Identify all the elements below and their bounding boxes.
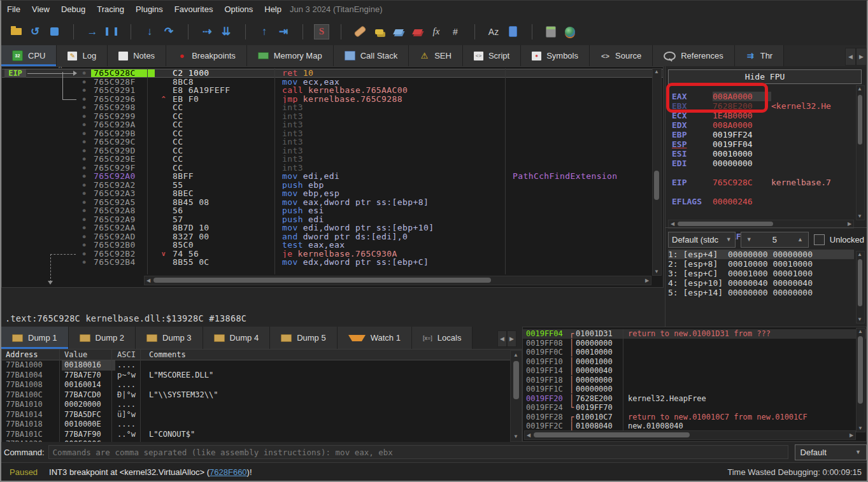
stack-hscrollbar[interactable]: ◀ ▶ — [524, 430, 856, 440]
register-row[interactable] — [672, 168, 854, 178]
register-row[interactable]: EFLAGS 00000246 — [672, 197, 854, 206]
command-input[interactable] — [48, 445, 788, 459]
topmost-button[interactable] — [504, 24, 521, 40]
registers-vscrollbar[interactable]: ▲ ▼ — [856, 85, 865, 220]
tab-threads[interactable]: ⇉Thr — [735, 45, 785, 66]
calculator-button[interactable] — [543, 24, 559, 40]
animate-over-button[interactable]: ⇊ — [218, 24, 234, 40]
disassembly-row[interactable]: ● 765C928C C2 1000 ret10 — [2, 69, 663, 78]
disassembly-row[interactable]: ● 765C929F CC int3 — [2, 164, 663, 173]
tab-dump-3[interactable]: Dump 3 — [136, 327, 203, 349]
menu-item[interactable]: Tracing — [91, 2, 130, 17]
disassembly-row[interactable]: ● 765C929D CC int3 — [2, 146, 663, 155]
address-link[interactable]: 7628F660 — [210, 467, 247, 477]
disassembly-row[interactable]: ● 765C929E CC int3 — [2, 155, 663, 164]
disassembly-row[interactable]: ● 765C92A0 8BFF movedi,edi PathCchFindEx… — [2, 172, 663, 181]
restart-button[interactable]: ↺ — [27, 24, 43, 40]
close-button[interactable] — [46, 24, 62, 40]
argument-row[interactable]: 4: [esp+10] 00000040 00000040 — [668, 278, 854, 288]
stack-row[interactable]: 0019FF2C │ 01008040 new.01008040 — [523, 422, 866, 431]
tab-scroll-right-button[interactable]: ▶ — [856, 48, 867, 66]
stack-row[interactable]: 0019FF20 │ 7628E200 kernel32.HeapFree — [523, 394, 866, 404]
stack-row[interactable]: 0019FF14 │ 00000040 — [523, 366, 866, 376]
register-row[interactable]: EDX 008A0000 — [672, 120, 854, 130]
breakpoint-dot-icon[interactable]: ● — [83, 70, 86, 76]
stack-row[interactable]: 0019FF04 ┌ 01001D31 return to new.01001D… — [523, 329, 866, 339]
column-header[interactable]: Address — [2, 350, 62, 360]
calling-convention-select[interactable]: Default (stdc▼ — [668, 232, 736, 248]
labels-button[interactable] — [390, 24, 406, 40]
breakpoint-dot-icon[interactable]: ● — [83, 87, 86, 93]
dump-row[interactable]: 77BA1000 00180016 .... — [2, 360, 523, 371]
separator[interactable] — [523, 24, 540, 40]
breakpoint-dot-icon[interactable]: ● — [83, 234, 86, 239]
patches-button[interactable] — [352, 24, 368, 40]
dump-row[interactable]: 77BA1014 77BA5DFC ü]°w — [2, 410, 523, 420]
dump-row[interactable]: 77BA1010 00020000 .... — [2, 400, 523, 410]
register-row[interactable]: EBX 7628E200 <kernel32.He — [672, 101, 854, 111]
disassembly-row[interactable]: ● 765C92A5 8B45 08 moveax,dword ptr ss:[… — [2, 198, 663, 207]
control-flow-button[interactable]: # — [447, 24, 464, 40]
disassembly-row[interactable]: ● 765C92A8 56 pushesi — [2, 206, 663, 215]
open-file-button[interactable] — [8, 24, 24, 40]
disassembly-row[interactable]: ● 765C9298 CC int3 — [2, 103, 663, 112]
disassembly-row[interactable]: ● 765C9291 E8 6A19FEFF callkernelbase.76… — [2, 86, 663, 95]
register-row[interactable]: EDI 00000000 — [672, 159, 854, 168]
tab-scroll-left-button[interactable]: ◀ — [845, 48, 856, 66]
disassembly-row[interactable]: ● 765C92A3 8BEC movebp,esp — [2, 189, 663, 198]
skip-exceptions-button[interactable]: S — [313, 24, 330, 40]
column-header[interactable]: Value — [62, 350, 115, 360]
stack-row[interactable]: 0019FF0C │ 00010000 — [523, 348, 866, 357]
stack-row[interactable]: 0019FF24 └ 0019FF70 — [523, 403, 866, 413]
disassembly-row[interactable]: ● 765C9299 CC int3 — [2, 112, 663, 121]
separator[interactable] — [466, 24, 483, 40]
breakpoint-dot-icon[interactable]: ● — [83, 122, 86, 127]
tab-breakpoints[interactable]: ●Breakpoints — [166, 45, 247, 66]
breakpoint-dot-icon[interactable]: ● — [83, 113, 86, 119]
argument-row[interactable]: 1: [esp+4] 00000000 00000000 — [668, 250, 854, 259]
dump-row[interactable]: 77BA1018 0010000E .... — [2, 420, 523, 430]
command-profile-select[interactable]: Default▼ — [795, 444, 867, 460]
unlocked-checkbox[interactable] — [814, 234, 825, 245]
functions-button[interactable]: fx — [428, 24, 445, 40]
bookmarks-button[interactable] — [409, 24, 425, 40]
disassembly-row[interactable]: ● 765C92B4 8B55 0C movedx,dword ptr ss:[… — [2, 258, 663, 267]
menu-item[interactable]: Plugins — [130, 2, 169, 17]
disassembly-row[interactable]: ● 765C92A9 57 pushedi — [2, 215, 663, 224]
disassembly-row[interactable]: ● 765C92B2 v 74 56 jekernelbase.765C930A — [2, 250, 663, 259]
tab-dump-2[interactable]: Dump 2 — [69, 327, 136, 349]
register-row[interactable] — [672, 187, 854, 197]
panel-splitter[interactable] — [665, 227, 867, 228]
disassembly-row[interactable]: ● 765C92B0 85C0 testeax,eax — [2, 241, 663, 250]
menu-item[interactable]: Help — [259, 2, 287, 17]
tab-locals[interactable]: [x=]Locals — [412, 327, 473, 349]
step-out-button[interactable]: ↑ — [256, 24, 273, 40]
separator[interactable] — [65, 24, 82, 40]
tab-dump-5[interactable]: Dump 5 — [270, 327, 338, 349]
animate-into-button[interactable]: ⇢ — [199, 24, 215, 40]
disassembly-row[interactable]: ● 765C929C CC int3 — [2, 138, 663, 146]
register-row[interactable]: ESP 0019FF04 — [672, 139, 854, 149]
disasm-vscrollbar[interactable]: ▲ ▼ — [652, 68, 662, 276]
register-row[interactable]: ESI 00010000 — [672, 149, 854, 159]
breakpoint-dot-icon[interactable]: ● — [83, 182, 86, 188]
tab-dump-1[interactable]: Dump 1 — [1, 327, 69, 349]
breakpoint-dot-icon[interactable]: ● — [83, 131, 86, 136]
tab-references[interactable]: References — [653, 45, 734, 66]
tab-cpu[interactable]: 32CPU — [1, 45, 57, 66]
register-row[interactable]: EIP 765C928C kernelbase.7 — [672, 178, 854, 187]
chevron-down-icon[interactable]: ▼ — [746, 236, 752, 243]
disassembly-row[interactable]: ● 765C92AD 8327 00 anddword ptr ds:[edi]… — [2, 232, 663, 241]
breakpoint-dot-icon[interactable]: ● — [83, 148, 86, 153]
tab-memory-map[interactable]: Memory Map — [247, 45, 334, 66]
pause-button[interactable] — [103, 24, 120, 40]
breakpoint-dot-icon[interactable]: ● — [83, 156, 86, 162]
breakpoint-dot-icon[interactable]: ● — [83, 165, 86, 171]
preferences-button[interactable]: Aᴢ — [485, 24, 502, 40]
step-into-button[interactable]: ↓ — [141, 24, 158, 40]
breakpoint-dot-icon[interactable]: ● — [83, 104, 86, 110]
menu-item[interactable]: View — [26, 2, 55, 17]
menu-item[interactable]: Debug — [55, 2, 91, 17]
dump-row[interactable]: 77BA1008 00160014 .... — [2, 380, 523, 390]
run-to-user-code-button[interactable]: ⇥ — [275, 24, 292, 40]
